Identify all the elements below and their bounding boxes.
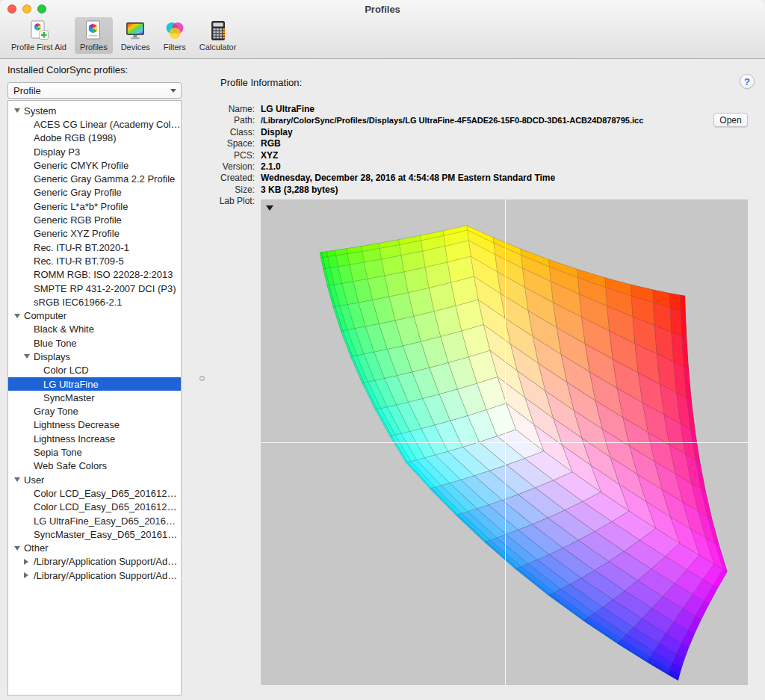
list-item[interactable]: Web Safe Colors (8, 459, 181, 473)
profile-name-label: Sepia Tone (34, 447, 82, 458)
list-item[interactable]: LG UltraFine (8, 377, 181, 391)
profile-name-label: sRGB IEC61966-2.1 (34, 297, 123, 308)
profile-name-label: Color LCD_Easy_D65_20161228… (34, 501, 181, 512)
lab-plot-canvas[interactable] (261, 199, 748, 685)
info-rows: Name:LG UltraFinePath:/Library/ColorSync… (217, 104, 748, 196)
list-item[interactable]: Black & White (8, 323, 181, 336)
list-item[interactable]: Lightness Increase (8, 432, 181, 445)
list-item[interactable]: Generic Gray Profile (8, 186, 181, 199)
profile-name-label: ACES CG Linear (Academy Col… (34, 119, 181, 130)
profile-name-label: Display P3 (34, 146, 80, 158)
toolbar-item-label: Calculator (199, 43, 237, 52)
disclosure-open-icon[interactable] (14, 477, 24, 482)
list-item[interactable]: Generic RGB Profile (8, 213, 181, 226)
splitter-handle[interactable] (199, 376, 205, 381)
info-row: Size:3 KB (3,288 bytes) (217, 185, 748, 196)
list-item[interactable]: ROMM RGB: ISO 22028-2:2013 (8, 268, 181, 282)
info-label: Name: (217, 104, 255, 114)
profile-filter-dropdown[interactable]: Profile (7, 82, 182, 99)
toolbar-item-label: Profile First Aid (11, 43, 66, 52)
list-item[interactable]: Computer (8, 309, 181, 322)
profile-name-label: Lightness Decrease (34, 419, 120, 430)
profile-name-label: User (24, 474, 44, 486)
list-item[interactable]: Rec. ITU-R BT.709-5 (8, 254, 181, 267)
info-value: /Library/ColorSync/Profiles/Displays/LG … (261, 116, 643, 125)
list-item[interactable]: SyncMaster (8, 391, 181, 404)
list-item[interactable]: Generic L*a*b* Profile (8, 199, 181, 213)
list-item[interactable]: Other (8, 542, 181, 555)
list-item[interactable]: Rec. ITU-R BT.2020-1 (8, 241, 181, 254)
profile-name-label: Lightness Increase (34, 433, 115, 445)
profile-name-label: Generic Gray Profile (34, 187, 122, 198)
colorsync-utility-window: Profiles Profile Firs (0, 0, 765, 700)
list-item[interactable]: Sepia Tone (8, 445, 181, 459)
profile-name-label: Color LCD_Easy_D65_20161227… (34, 488, 181, 499)
disclosure-open-icon[interactable] (14, 108, 24, 113)
list-item[interactable]: sRGB IEC61966-2.1 (8, 295, 181, 309)
list-item[interactable]: System (8, 104, 181, 117)
toolbar-item-label: Filters (164, 43, 186, 52)
list-item[interactable]: Displays (8, 350, 181, 363)
list-item[interactable]: SMPTE RP 431-2-2007 DCI (P3) (8, 282, 181, 295)
disclosure-collapsed-icon[interactable] (24, 572, 34, 578)
list-item[interactable]: Adobe RGB (1998) (8, 131, 181, 145)
overlapping-color-circles-icon (164, 19, 186, 42)
list-item[interactable]: Color LCD (8, 364, 181, 377)
toolbar-item-filters[interactable]: Filters (158, 17, 191, 54)
profile-name-label: Generic RGB Profile (34, 214, 122, 226)
help-button[interactable]: ? (740, 74, 755, 89)
disclosure-open-icon[interactable] (14, 546, 24, 551)
list-item[interactable]: Color LCD_Easy_D65_20161228… (8, 501, 181, 514)
list-item[interactable]: /Library/Application Support/Ad… (8, 569, 181, 582)
info-row: Created:Wednesday, December 28, 2016 at … (217, 173, 748, 184)
plot-type-disclosure-icon[interactable] (266, 205, 273, 211)
profile-name-label: Generic Gray Gamma 2.2 Profile (34, 173, 175, 185)
info-row: Version:2.1.0 (217, 161, 748, 173)
profile-name-label: ROMM RGB: ISO 22028-2:2013 (34, 269, 173, 280)
profile-name-label: SyncMaster (43, 392, 95, 403)
list-item[interactable]: Generic Gray Gamma 2.2 Profile (8, 172, 181, 185)
list-item[interactable]: Generic CMYK Profile (8, 158, 181, 172)
disclosure-collapsed-icon[interactable] (24, 559, 34, 565)
window-title: Profiles (0, 4, 765, 15)
toolbar-item-devices[interactable]: Devices (116, 17, 155, 54)
list-item[interactable]: User (8, 473, 181, 486)
info-label: Version: (217, 161, 255, 172)
profile-name-label: Rec. ITU-R BT.709-5 (34, 255, 124, 267)
info-row: PCS:XYZ (217, 150, 748, 161)
display-monitor-icon (124, 19, 146, 42)
toolbar-item-label: Devices (121, 43, 150, 52)
profile-information-heading: Profile Information: (220, 77, 302, 88)
info-value: 3 KB (3,288 bytes) (261, 185, 338, 195)
info-value: RGB (261, 138, 281, 149)
info-value: 2.1.0 (261, 161, 281, 172)
list-item[interactable]: Generic XYZ Profile (8, 227, 181, 241)
profile-name-label: Gray Tone (34, 406, 78, 417)
profile-name-label: Color LCD (43, 365, 89, 376)
toolbar-item-profiles[interactable]: Profiles (75, 17, 113, 54)
list-item[interactable]: Gray Tone (8, 405, 181, 418)
list-item[interactable]: LG UltraFine_Easy_D65_20161… (8, 514, 181, 527)
profile-list: SystemACES CG Linear (Academy Col…Adobe … (7, 100, 182, 696)
profile-name-label: Blue Tone (34, 338, 77, 349)
list-item[interactable]: Display P3 (8, 145, 181, 158)
profile-name-label: Displays (34, 351, 70, 362)
list-item[interactable]: Color LCD_Easy_D65_20161227… (8, 486, 181, 500)
list-item[interactable]: Blue Tone (8, 336, 181, 350)
disclosure-open-icon[interactable] (24, 354, 34, 359)
info-row: Name:LG UltraFine (217, 104, 748, 115)
list-item[interactable]: Lightness Decrease (8, 418, 181, 432)
list-item[interactable]: /Library/Application Support/Ad… (8, 555, 181, 569)
list-item[interactable]: ACES CG Linear (Academy Col… (8, 117, 181, 131)
profile-name-label: Other (24, 542, 49, 554)
list-item[interactable]: SyncMaster_Easy_D65_201612… (8, 527, 181, 541)
toolbar: Profile First Aid Profiles (6, 17, 241, 54)
profile-name-label: SMPTE RP 431-2-2007 DCI (P3) (34, 283, 176, 294)
profile-name-label: Computer (24, 310, 66, 321)
open-profile-button[interactable]: Open (713, 113, 748, 127)
toolbar-item-calculator[interactable]: Calculator (194, 17, 242, 54)
profile-name-label: Generic L*a*b* Profile (34, 201, 128, 212)
toolbar-item-profile-first-aid[interactable]: Profile First Aid (6, 17, 72, 54)
disclosure-open-icon[interactable] (14, 314, 24, 318)
title-and-toolbar: Profiles Profile Firs (0, 0, 765, 59)
